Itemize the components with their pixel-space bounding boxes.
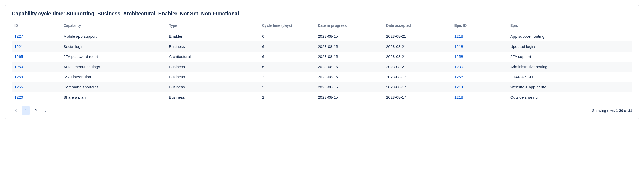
epic-cell: 2FA support	[508, 52, 632, 62]
date-accepted-cell: 2023-08-21	[384, 62, 452, 72]
type-cell: Business	[167, 62, 260, 72]
rows-info: Showing rows 1-20 of 31	[592, 108, 632, 113]
date-in-progress-cell: 2023-08-15	[316, 31, 384, 41]
id-link[interactable]: 1227	[14, 34, 23, 39]
header-type[interactable]: Type	[167, 21, 260, 31]
table-row: 1265 2FA password reset Architectural 6 …	[12, 52, 632, 62]
cycle-time-cell: 5	[260, 62, 316, 72]
id-link[interactable]: 1221	[14, 44, 23, 49]
page-1-button[interactable]: 1	[22, 106, 30, 115]
epic-id-link[interactable]: 1239	[454, 65, 463, 69]
epic-cell: App support routing	[508, 31, 632, 41]
date-accepted-cell: 2023-08-21	[384, 31, 452, 41]
id-link[interactable]: 1250	[14, 65, 23, 69]
type-cell: Business	[167, 92, 260, 102]
date-in-progress-cell: 2023-08-15	[316, 41, 384, 52]
table-row: 1227 Mobile app support Enabler 6 2023-0…	[12, 31, 632, 41]
id-link[interactable]: 1259	[14, 75, 23, 79]
capability-cell: 2FA password reset	[61, 52, 167, 62]
cycle-time-cell: 6	[260, 52, 316, 62]
table-body: 1227 Mobile app support Enabler 6 2023-0…	[12, 31, 632, 102]
cycle-time-cell: 2	[260, 92, 316, 102]
type-cell: Business	[167, 72, 260, 82]
capability-cell: SSO integration	[61, 72, 167, 82]
capability-cell: Social login	[61, 41, 167, 52]
id-link[interactable]: 1265	[14, 54, 23, 59]
prev-page-button[interactable]	[12, 106, 20, 115]
rows-total: 31	[628, 108, 632, 113]
capability-cell: Command shortcuts	[61, 82, 167, 92]
type-cell: Business	[167, 41, 260, 52]
type-cell: Enabler	[167, 31, 260, 41]
table-row: 1259 SSO integration Business 2 2023-08-…	[12, 72, 632, 82]
date-in-progress-cell: 2023-08-15	[316, 72, 384, 82]
epic-id-link[interactable]: 1218	[454, 34, 463, 39]
date-in-progress-cell: 2023-08-15	[316, 92, 384, 102]
header-cycle-time[interactable]: Cycle time (days)	[260, 21, 316, 31]
epic-id-link[interactable]: 1258	[454, 54, 463, 59]
header-row: ID Capability Type Cycle time (days) Dat…	[12, 21, 632, 31]
cycle-time-cell: 2	[260, 72, 316, 82]
date-in-progress-cell: 2023-08-15	[316, 52, 384, 62]
date-in-progress-cell: 2023-08-16	[316, 62, 384, 72]
date-accepted-cell: 2023-08-17	[384, 82, 452, 92]
date-accepted-cell: 2023-08-21	[384, 52, 452, 62]
date-accepted-cell: 2023-08-17	[384, 92, 452, 102]
header-id[interactable]: ID	[12, 21, 61, 31]
epic-cell: Updated logins	[508, 41, 632, 52]
epic-cell: Administrative settings	[508, 62, 632, 72]
capability-cell: Auto timeout settings	[61, 62, 167, 72]
rows-prefix: Showing rows	[592, 108, 616, 113]
table-row: 1250 Auto timeout settings Business 5 20…	[12, 62, 632, 72]
epic-cell: Website + app parity	[508, 82, 632, 92]
epic-id-link[interactable]: 1218	[454, 95, 463, 99]
rows-range: 1-20	[616, 108, 623, 113]
header-date-accepted[interactable]: Date accepted	[384, 21, 452, 31]
cycle-time-cell: 6	[260, 31, 316, 41]
id-link[interactable]: 1255	[14, 85, 23, 89]
pagination: 1 2	[12, 106, 50, 115]
date-accepted-cell: 2023-08-17	[384, 72, 452, 82]
cycle-time-cell: 2	[260, 82, 316, 92]
header-epic[interactable]: Epic	[508, 21, 632, 31]
page-2-button[interactable]: 2	[32, 106, 40, 115]
table-row: 1255 Command shortcuts Business 2 2023-0…	[12, 82, 632, 92]
type-cell: Architectural	[167, 52, 260, 62]
capability-cell: Share a plan	[61, 92, 167, 102]
header-epic-id[interactable]: Epic ID	[452, 21, 508, 31]
epic-cell: LDAP + SSO	[508, 72, 632, 82]
type-cell: Business	[167, 82, 260, 92]
next-page-button[interactable]	[41, 106, 50, 115]
header-date-in-progress[interactable]: Date in progress	[316, 21, 384, 31]
report-card: Capability cycle time: Supporting, Busin…	[5, 5, 639, 119]
epic-cell: Outside sharing	[508, 92, 632, 102]
table-row: 1221 Social login Business 6 2023-08-15 …	[12, 41, 632, 52]
date-in-progress-cell: 2023-08-15	[316, 82, 384, 92]
data-table: ID Capability Type Cycle time (days) Dat…	[12, 21, 632, 102]
report-title: Capability cycle time: Supporting, Busin…	[12, 11, 632, 17]
header-capability[interactable]: Capability	[61, 21, 167, 31]
epic-id-link[interactable]: 1244	[454, 85, 463, 89]
table-row: 1220 Share a plan Business 2 2023-08-15 …	[12, 92, 632, 102]
rows-of: of	[623, 108, 628, 113]
epic-id-link[interactable]: 1218	[454, 44, 463, 49]
chevron-left-icon	[14, 108, 18, 113]
date-accepted-cell: 2023-08-21	[384, 41, 452, 52]
cycle-time-cell: 6	[260, 41, 316, 52]
id-link[interactable]: 1220	[14, 95, 23, 99]
table-footer: 1 2 Showing rows 1-20 of 31	[12, 105, 632, 115]
chevron-right-icon	[44, 108, 48, 113]
epic-id-link[interactable]: 1256	[454, 75, 463, 79]
capability-cell: Mobile app support	[61, 31, 167, 41]
